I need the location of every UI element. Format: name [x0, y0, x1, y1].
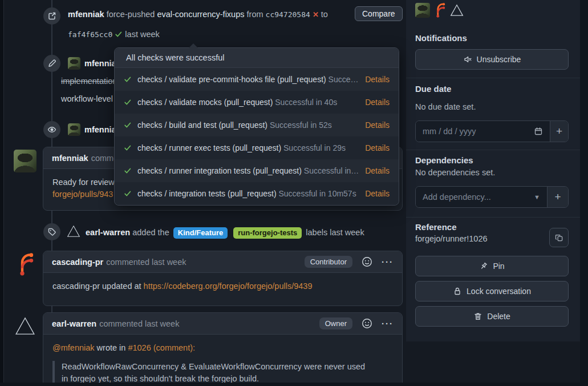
details-link[interactable]: Details — [365, 120, 390, 130]
username[interactable]: mfenniak — [68, 10, 104, 19]
force-push-icon — [43, 7, 60, 25]
delete-button[interactable]: Delete — [415, 306, 569, 327]
reference-heading: Reference — [415, 222, 457, 232]
lock-conversation-button[interactable]: Lock conversation — [415, 281, 569, 301]
details-link[interactable]: Details — [365, 143, 390, 152]
bubble-tail — [43, 154, 43, 163]
due-date-input-wrap — [416, 121, 550, 142]
dependency-control: ▼ + — [415, 186, 569, 208]
dependencies-empty-text: No dependencies set. — [415, 168, 495, 177]
divider — [406, 150, 580, 150]
comment-body: cascading-pr updated at https://codeberg… — [43, 273, 402, 300]
avatar-earl-warren[interactable] — [66, 224, 81, 239]
avatar-cascading-pr[interactable] — [14, 253, 37, 276]
success-check-icon — [124, 121, 132, 129]
success-check-icon[interactable] — [115, 30, 123, 38]
due-date-heading: Due date — [415, 84, 451, 94]
success-check-icon — [124, 167, 132, 175]
emoji-reaction-icon[interactable] — [362, 256, 372, 267]
details-link[interactable]: Details — [365, 189, 390, 198]
mute-icon — [463, 55, 472, 64]
username[interactable]: cascading-pr — [52, 258, 103, 267]
success-check-icon — [124, 75, 132, 83]
comment-earl-warren: earl-warren commented last week Owner ··… — [43, 312, 403, 386]
username[interactable]: mfenniak — [52, 154, 88, 163]
due-date-control: + — [415, 120, 569, 142]
dependency-select[interactable]: ▼ — [416, 187, 547, 207]
calendar-icon[interactable] — [534, 127, 543, 136]
force-push-event: mfenniak force-pushed eval-concurrency-f… — [68, 10, 328, 19]
scrollbar-gutter[interactable] — [580, 0, 588, 386]
username[interactable]: earl-warren — [52, 319, 96, 328]
dependency-input[interactable] — [423, 192, 529, 202]
check-row: checks / build and test (pull_request) S… — [115, 114, 399, 136]
popup-arrow — [189, 43, 198, 48]
avatar[interactable] — [68, 123, 80, 136]
success-check-icon — [124, 144, 132, 152]
success-check-icon — [124, 190, 132, 198]
role-badge: Contributor — [305, 256, 352, 268]
avatar[interactable] — [68, 57, 80, 70]
check-row: checks / validate pre-commit-hooks file … — [115, 68, 399, 91]
add-due-date-button[interactable]: + — [550, 121, 568, 142]
quoted-text: ReadWorkflowRawConcurrency & EvaluateWor… — [52, 361, 393, 385]
window-bottom-edge — [0, 383, 588, 386]
emoji-reaction-icon[interactable] — [362, 318, 372, 329]
pr-link[interactable]: forgejo/pulls/943 — [52, 190, 113, 199]
labels-event: earl-warren added the Kind/Feature run-f… — [86, 227, 364, 239]
force-push-event-line2: faf4f65cc0 last week — [68, 30, 160, 39]
unsubscribe-button[interactable]: Unsubscribe — [415, 49, 569, 70]
checks-popup-title: All checks were successful — [115, 48, 399, 68]
branch-name: eval-concurrency-fixups — [157, 10, 244, 19]
copy-reference-button[interactable] — [549, 228, 569, 247]
chevron-down-icon: ▼ — [534, 194, 540, 200]
compare-button[interactable]: Compare — [355, 6, 403, 21]
details-link[interactable]: Details — [365, 75, 390, 84]
details-link[interactable]: Details — [365, 166, 390, 175]
window-left-edge — [0, 0, 4, 386]
check-row: checks / validate mocks (pull_request) S… — [115, 91, 399, 114]
success-check-icon — [124, 98, 132, 106]
participant-avatar-mfenniak[interactable] — [415, 3, 430, 18]
check-row: checks / runner integration tests (pull_… — [115, 159, 399, 182]
participant-avatar-cascading-pr[interactable] — [432, 3, 447, 18]
bubble-tail — [43, 258, 43, 267]
due-date-empty-text: No due date set. — [415, 102, 476, 111]
notifications-heading: Notifications — [415, 33, 467, 43]
comment-header: cascading-pr commented last week Contrib… — [43, 251, 402, 273]
eye-icon — [43, 121, 60, 138]
comment-ref-link[interactable]: #1026 (comment): — [128, 343, 195, 352]
due-date-input[interactable] — [423, 127, 529, 136]
reference-value: forgejo/runner!1026 — [415, 234, 488, 243]
commit-hash-to[interactable]: faf4f65cc0 — [68, 30, 112, 39]
comment-menu-icon[interactable]: ··· — [382, 257, 394, 267]
pin-button[interactable]: Pin — [415, 256, 569, 276]
label-run-forgejo-tests[interactable]: run-forgejo-tests — [233, 227, 302, 239]
comment-cascading-pr: cascading-pr commented last week Contrib… — [43, 251, 403, 306]
commit-hash-from[interactable]: cc94720584 — [266, 10, 310, 19]
edit-pencil-icon — [43, 55, 60, 72]
old-title: implementation — [61, 77, 117, 86]
role-badge: Owner — [319, 317, 352, 329]
checks-popup: All checks were successful checks / vali… — [114, 47, 399, 206]
bubble-tail — [43, 320, 43, 329]
avatar-earl-warren[interactable] — [14, 315, 37, 337]
comment-body: @mfenniak wrote in #1026 (comment): Read… — [43, 335, 402, 386]
username[interactable]: earl-warren — [86, 228, 130, 237]
pin-icon — [479, 262, 488, 271]
lock-icon — [453, 287, 462, 296]
failed-status-icon: ✕ — [313, 10, 319, 19]
avatar-mfenniak[interactable] — [14, 150, 37, 172]
dependencies-heading: Dependencies — [415, 155, 473, 165]
new-title: workflow-level — [61, 94, 113, 103]
comment-menu-icon[interactable]: ··· — [382, 319, 394, 328]
add-dependency-button[interactable]: + — [547, 187, 568, 207]
pull-request-page: mfenniak force-pushed eval-concurrency-f… — [0, 0, 588, 386]
divider — [406, 78, 580, 78]
label-kind-feature[interactable]: Kind/Feature — [173, 227, 228, 239]
participant-avatar-earl-warren[interactable] — [449, 3, 464, 18]
details-link[interactable]: Details — [365, 98, 390, 107]
codeberg-pr-link[interactable]: https://codeberg.org/forgejo/forgejo/pul… — [144, 282, 313, 291]
divider — [406, 217, 580, 218]
mention-link[interactable]: @mfenniak — [52, 343, 95, 352]
